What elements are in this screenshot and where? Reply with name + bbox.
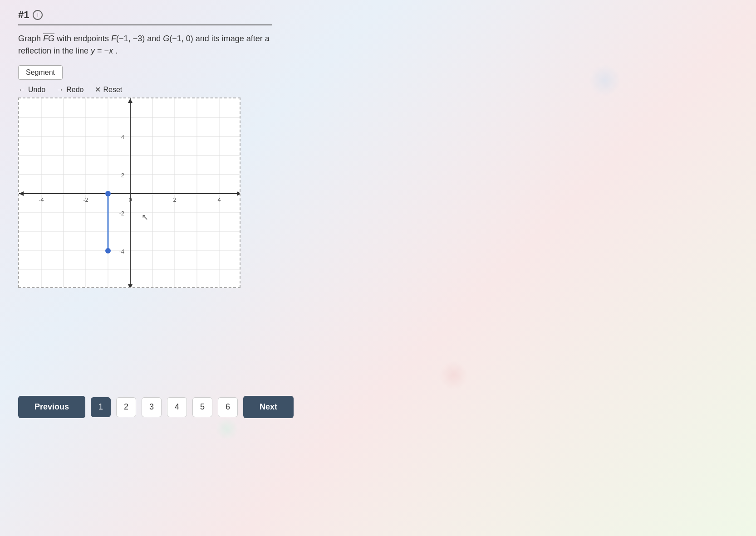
bottom-nav: Previous 1 2 3 4 5 6 Next	[0, 387, 756, 427]
page-6-button[interactable]: 6	[218, 397, 238, 417]
redo-label: Redo	[66, 86, 83, 94]
toolbar: ← Undo → Redo ✕ Reset	[18, 85, 299, 94]
undo-label: Undo	[28, 86, 45, 94]
segment-name: FG	[43, 34, 54, 43]
undo-button[interactable]: ← Undo	[18, 86, 45, 94]
redo-button[interactable]: → Redo	[56, 86, 83, 94]
svg-text:↖: ↖	[142, 213, 148, 222]
next-button[interactable]: Next	[243, 396, 294, 418]
main-container: #1 i Graph FG with endpoints F(−1, −3) a…	[18, 0, 299, 297]
divider	[18, 24, 272, 25]
problem-header: #1 i	[18, 9, 299, 21]
svg-text:4: 4	[121, 134, 124, 141]
svg-text:-4: -4	[119, 248, 124, 255]
page-4-button[interactable]: 4	[167, 397, 187, 417]
svg-text:4: 4	[217, 196, 221, 203]
page-5-button[interactable]: 5	[192, 397, 212, 417]
page-1-button[interactable]: 1	[91, 397, 111, 417]
previous-button[interactable]: Previous	[18, 396, 85, 418]
graph-svg: -4 -2 0 2 4 4 2 -2 -4 ↖	[19, 98, 241, 288]
info-icon[interactable]: i	[33, 10, 43, 20]
segment-button[interactable]: Segment	[18, 65, 63, 80]
problem-text: Graph FG with endpoints F(−1, −3) and G(…	[18, 33, 299, 57]
svg-text:2: 2	[173, 196, 176, 203]
svg-text:-2: -2	[83, 196, 88, 203]
svg-marker-22	[128, 98, 133, 103]
svg-marker-23	[128, 284, 133, 288]
svg-point-35	[105, 248, 111, 253]
page-2-button[interactable]: 2	[116, 397, 136, 417]
reset-x-icon: ✕	[95, 85, 101, 94]
svg-marker-20	[237, 191, 241, 196]
problem-number: #1	[18, 9, 29, 21]
reset-label: Reset	[103, 86, 123, 94]
page-3-button[interactable]: 3	[142, 397, 162, 417]
svg-text:2: 2	[121, 172, 124, 179]
reset-button[interactable]: ✕ Reset	[95, 85, 123, 94]
redo-arrow-icon: →	[56, 86, 64, 94]
undo-arrow-icon: ←	[18, 86, 25, 94]
svg-point-34	[105, 191, 111, 196]
graph-container[interactable]: -4 -2 0 2 4 4 2 -2 -4 ↖	[18, 97, 241, 288]
svg-marker-21	[19, 191, 24, 196]
svg-text:-2: -2	[119, 210, 124, 217]
svg-text:-4: -4	[39, 196, 44, 203]
svg-text:0: 0	[128, 196, 132, 203]
